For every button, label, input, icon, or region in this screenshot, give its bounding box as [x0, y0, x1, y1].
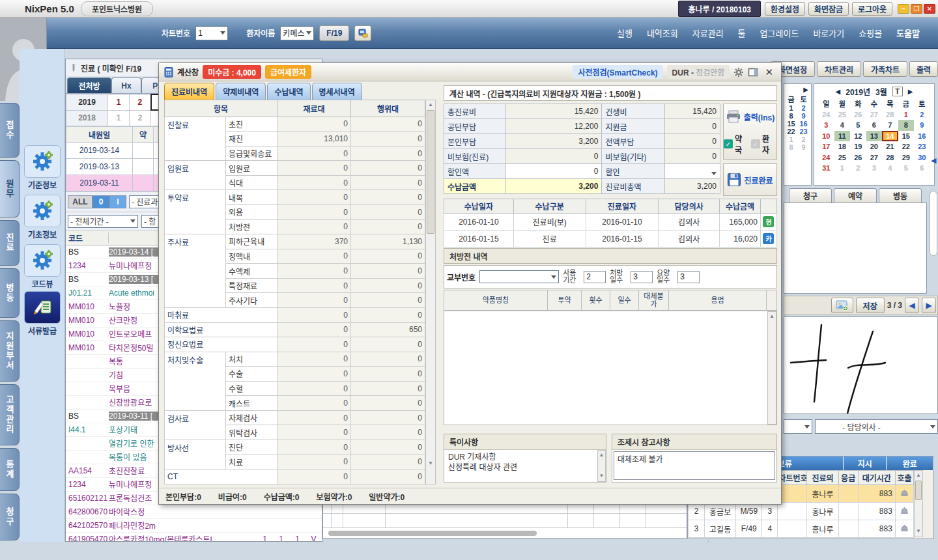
- calendar-day[interactable]: 1: [834, 163, 851, 174]
- chart-tab-1[interactable]: Hx: [111, 77, 141, 93]
- sidebar-button-3[interactable]: 서류발급: [22, 291, 63, 336]
- dialog-tab-2[interactable]: 수납내역: [267, 83, 310, 100]
- menu-item-4[interactable]: 업그레이드: [760, 27, 799, 39]
- period-filter-select[interactable]: - 전체기간 -: [68, 215, 138, 228]
- panel-handle[interactable]: [930, 191, 937, 256]
- menu-item-7[interactable]: 도움말: [896, 27, 920, 39]
- complete-treatment-button[interactable]: 진료완료: [723, 163, 777, 196]
- call-button[interactable]: [895, 520, 913, 538]
- presc-days-input[interactable]: 3: [631, 271, 653, 283]
- calendar-day[interactable]: 30: [914, 152, 930, 163]
- module-tab-6[interactable]: 통계: [0, 448, 20, 491]
- module-tab-7[interactable]: 청구: [0, 494, 20, 540]
- calendar-day[interactable]: 3: [818, 120, 834, 131]
- smartcheck-link[interactable]: 사전점검(SmartCheck): [573, 65, 662, 79]
- calendar-day[interactable]: 31: [818, 163, 834, 174]
- menu-item-3[interactable]: 툴: [738, 27, 746, 39]
- calendar-day[interactable]: 29: [898, 152, 915, 163]
- calendar-day[interactable]: 10: [818, 131, 834, 142]
- calendar-day[interactable]: 6: [866, 120, 883, 131]
- module-tab-5[interactable]: 고객관리: [0, 384, 20, 445]
- issue-no-select[interactable]: [479, 270, 559, 283]
- patient-name-select[interactable]: 키메스: [280, 26, 314, 40]
- calendar-day[interactable]: 23: [914, 141, 930, 152]
- layout-panel-icon[interactable]: [748, 67, 758, 77]
- queue-row[interactable]: 3고길동F/494홍나루883: [689, 520, 914, 538]
- signature-prev-button[interactable]: ◀: [905, 298, 919, 313]
- calendar-day[interactable]: 17: [818, 141, 834, 152]
- queue-row[interactable]: 2홍금보M/593홍나루883: [689, 503, 914, 520]
- right-tab-0[interactable]: 청구: [789, 188, 832, 203]
- care-days-input[interactable]: 3: [677, 271, 700, 283]
- visit-filter-I[interactable]: I: [109, 195, 126, 208]
- dialog-tab-1[interactable]: 약제비내역: [216, 83, 266, 100]
- next-month-icon[interactable]: ▶: [908, 88, 913, 95]
- module-tab-4[interactable]: 지원부서: [0, 320, 20, 382]
- dispense-notes-text[interactable]: 대체조제 불가: [614, 451, 775, 480]
- collapse-panel-icon[interactable]: ◀: [931, 156, 936, 165]
- mini-cal-day[interactable]: 1: [785, 104, 797, 112]
- calendar-day[interactable]: 26: [850, 152, 866, 163]
- payment-row[interactable]: 2016-01-10진료비(보)2016-01-10김의사165,000현: [444, 214, 777, 231]
- calendar-day[interactable]: 18: [834, 141, 851, 152]
- module-tab-2[interactable]: 진료: [0, 220, 20, 266]
- menu-item-1[interactable]: 내역조회: [647, 27, 678, 39]
- fee-vertical-scrollbar[interactable]: ▲ ▼: [425, 100, 436, 484]
- chart-list-row[interactable]: 641905470아스루카정10mg(몬테루카스트L111V: [66, 533, 322, 542]
- filter-select[interactable]: [784, 419, 812, 434]
- next-month-icon[interactable]: ▶: [803, 86, 808, 93]
- right-top-button-2[interactable]: 가족차트: [863, 61, 907, 77]
- calendar-day[interactable]: 2: [850, 163, 866, 174]
- month-cell[interactable]: 1: [108, 94, 130, 110]
- menu-item-2[interactable]: 자료관리: [692, 27, 724, 39]
- top-button-0[interactable]: 환경설정: [765, 2, 805, 16]
- month-cell[interactable]: 1: [108, 110, 130, 126]
- special-note-item[interactable]: DUR 기재사항: [448, 452, 593, 462]
- calendar-day[interactable]: 7: [882, 120, 898, 131]
- minimize-icon[interactable]: –: [898, 4, 909, 14]
- calendar-day[interactable]: 4: [834, 120, 851, 131]
- sidebar-button-2[interactable]: 코드뷰: [22, 244, 63, 289]
- chart-list-row[interactable]: 642102570페니라민정2m: [66, 519, 322, 533]
- right-top-button-3[interactable]: 출력: [909, 61, 938, 77]
- mini-cal-day[interactable]: 23: [797, 128, 810, 135]
- call-button[interactable]: [895, 503, 913, 520]
- calendar-day[interactable]: 14: [882, 131, 898, 142]
- chart-tab-0[interactable]: 전처방: [67, 77, 111, 93]
- device-button[interactable]: [354, 25, 371, 41]
- calendar-day[interactable]: 25: [834, 152, 851, 163]
- module-tab-0[interactable]: 접수: [0, 103, 20, 158]
- settings-gear-icon[interactable]: [733, 67, 744, 77]
- calendar-day[interactable]: 22: [898, 141, 915, 152]
- calendar-day[interactable]: 21: [882, 141, 898, 152]
- calendar-day[interactable]: 15: [898, 131, 915, 142]
- calendar-day[interactable]: 19: [850, 141, 866, 152]
- queue-hscroll-left-icon[interactable]: ‹: [707, 538, 709, 544]
- calendar-day[interactable]: 1: [898, 109, 915, 120]
- top-button-2[interactable]: 로그아웃: [852, 2, 892, 16]
- print-button[interactable]: 출력(Ins): [724, 109, 776, 124]
- module-tab-1[interactable]: 원무: [0, 160, 20, 217]
- close-icon[interactable]: ✕: [762, 66, 776, 78]
- calendar-day[interactable]: 20: [866, 141, 883, 152]
- menu-item-5[interactable]: 바로가기: [813, 27, 844, 39]
- mini-cal-day[interactable]: 2: [797, 104, 810, 112]
- visit-filter-0[interactable]: 0: [92, 195, 109, 208]
- month-cell[interactable]: 2: [130, 94, 151, 110]
- prev-month-icon[interactable]: ◀: [836, 88, 841, 95]
- year-cell[interactable]: 2018: [66, 110, 108, 126]
- sidebar-button-0[interactable]: 기준정보: [22, 145, 63, 190]
- chart-list-row[interactable]: 642800670바이락스정: [66, 505, 322, 519]
- sex-age-button[interactable]: F/19: [319, 25, 349, 41]
- calendar-day[interactable]: 12: [850, 131, 866, 142]
- add-image-button[interactable]: [831, 298, 853, 313]
- close-icon[interactable]: ✕: [924, 4, 935, 14]
- sidebar-button-1[interactable]: 기초정보: [22, 195, 63, 240]
- mini-cal-day[interactable]: 2: [797, 135, 810, 143]
- horizontal-scrollbar[interactable]: [328, 531, 537, 536]
- special-note-item[interactable]: 산정특례 대상자 관련: [448, 462, 593, 473]
- calendar-day[interactable]: 25: [834, 109, 851, 120]
- calendar-day[interactable]: 3: [866, 163, 883, 174]
- calendar-day[interactable]: 6: [914, 163, 930, 174]
- signature-save-button[interactable]: 저장: [856, 298, 885, 313]
